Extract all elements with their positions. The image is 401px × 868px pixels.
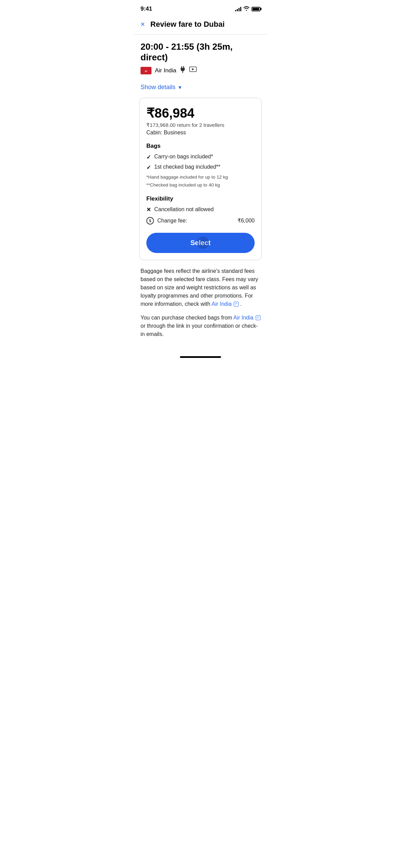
fare-return-price: ₹173,968.00 return for 2 travellers bbox=[146, 122, 255, 128]
bag-item-2: ✓ 1st checked bag included** bbox=[146, 164, 255, 171]
checkmark-icon-1: ✓ bbox=[146, 154, 151, 160]
cancellation-label: Cancellation not allowed bbox=[154, 206, 214, 213]
flight-info-section: 20:00 - 21:55 (3h 25m, direct) AI Air In… bbox=[134, 35, 267, 84]
change-fee-left: $ Change fee: bbox=[146, 217, 187, 225]
disclaimer-text-2-end: through the link in your confirmation or… bbox=[141, 323, 258, 337]
fare-price: ₹86,984 bbox=[146, 106, 255, 121]
bag-item-1-label: Carry-on bags included* bbox=[154, 154, 213, 160]
cancellation-item: ✕ Cancellation not allowed bbox=[146, 206, 255, 213]
svg-marker-6 bbox=[192, 68, 194, 70]
air-india-link-1-label: Air India bbox=[211, 301, 232, 307]
change-fee-label: Change fee: bbox=[157, 218, 187, 224]
air-india-link-2-label: Air India bbox=[233, 315, 254, 321]
disclaimer-text-1: Baggage fees reflect the airline's stand… bbox=[141, 267, 260, 308]
change-fee-row: $ Change fee: ₹6,000 bbox=[146, 217, 255, 225]
change-fee-amount: ₹6,000 bbox=[238, 217, 255, 224]
home-indicator bbox=[134, 351, 267, 361]
bags-section: Bags ✓ Carry-on bags included* ✓ 1st che… bbox=[146, 143, 255, 189]
air-india-link-1[interactable]: Air India bbox=[211, 301, 240, 307]
x-mark-icon: ✕ bbox=[146, 206, 151, 213]
close-button[interactable]: × bbox=[141, 21, 145, 28]
status-icons bbox=[235, 6, 260, 12]
or-text: or bbox=[141, 323, 145, 329]
external-link-icon-1 bbox=[234, 302, 239, 306]
dollar-circle-icon: $ bbox=[146, 217, 154, 225]
flexibility-title: Flexibility bbox=[146, 195, 255, 202]
disclaimer-text-2-start: You can purchase checked bags from bbox=[141, 315, 232, 321]
flight-time: 20:00 - 21:55 (3h 25m, direct) bbox=[141, 41, 260, 63]
bag-note-2: **Checked bag included up to 40 kg bbox=[146, 182, 255, 189]
bag-note-1: *Hand baggage included for up to 12 kg bbox=[146, 174, 255, 181]
battery-icon bbox=[252, 7, 260, 11]
status-time: 9:41 bbox=[141, 5, 152, 12]
fare-cabin: Cabin: Business bbox=[146, 130, 255, 136]
screen-icon bbox=[189, 67, 197, 74]
checkmark-icon-2: ✓ bbox=[146, 164, 151, 171]
flexibility-section: Flexibility ✕ Cancellation not allowed $… bbox=[146, 195, 255, 225]
status-bar: 9:41 bbox=[134, 0, 267, 16]
show-details-toggle[interactable]: Show details ▼ bbox=[134, 84, 267, 98]
signal-icon bbox=[235, 7, 241, 11]
air-india-link-2[interactable]: Air India bbox=[233, 315, 260, 321]
airline-logo: AI bbox=[141, 67, 151, 74]
airline-name: Air India bbox=[155, 67, 176, 74]
airline-row: AI Air India bbox=[141, 66, 260, 75]
svg-text:AI: AI bbox=[145, 70, 147, 72]
external-link-icon-2 bbox=[256, 315, 260, 320]
select-button-label: Select bbox=[191, 239, 211, 246]
show-details-label: Show details bbox=[141, 84, 175, 91]
fare-card: ₹86,984 ₹173,968.00 return for 2 travell… bbox=[139, 98, 262, 260]
disclaimer-section: Baggage fees reflect the airline's stand… bbox=[134, 267, 267, 351]
chevron-down-icon: ▼ bbox=[178, 85, 182, 90]
svg-rect-4 bbox=[182, 71, 183, 73]
page-header: × Review fare to Dubai bbox=[134, 16, 267, 35]
bag-item-2-label: 1st checked bag included** bbox=[154, 164, 220, 170]
disclaimer-text-1-end: . bbox=[240, 301, 242, 307]
home-bar bbox=[180, 356, 221, 358]
wifi-icon bbox=[243, 6, 250, 12]
select-button[interactable]: Select bbox=[146, 233, 255, 253]
disclaimer-text-2: You can purchase checked bags from Air I… bbox=[141, 314, 260, 338]
bag-item-1: ✓ Carry-on bags included* bbox=[146, 154, 255, 160]
power-icon bbox=[180, 66, 186, 75]
page-title: Review fare to Dubai bbox=[150, 20, 224, 29]
bags-title: Bags bbox=[146, 143, 255, 149]
